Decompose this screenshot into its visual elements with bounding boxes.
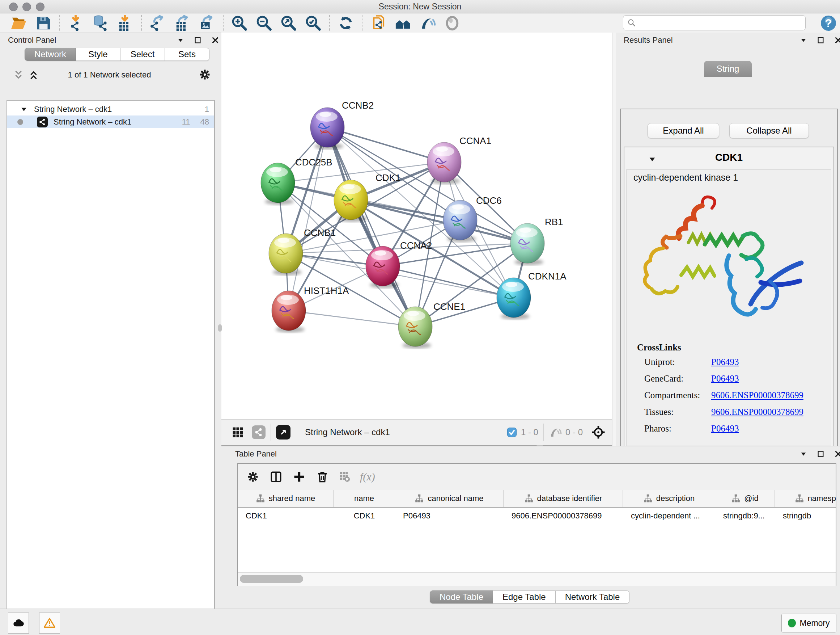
search-box[interactable] — [623, 15, 806, 30]
collection-expander-icon[interactable] — [20, 106, 27, 113]
import-network-database-button[interactable] — [90, 14, 111, 32]
export-image-button[interactable] — [196, 14, 218, 32]
node-CCNE1[interactable]: CCNE1 — [398, 301, 465, 348]
panel-menu-icon[interactable] — [799, 36, 807, 44]
import-network-file-button[interactable] — [65, 14, 87, 32]
cell-shared-name[interactable]: CDK1 — [238, 508, 333, 524]
table-scroll-area[interactable]: shared namenamecanonical namedatabase id… — [238, 490, 836, 573]
show-columns-icon[interactable] — [270, 470, 283, 483]
zoom-in-button[interactable] — [229, 14, 250, 32]
node-CCNB2[interactable]: CCNB2 — [310, 100, 374, 149]
tab-node-table[interactable]: Node Table — [430, 591, 493, 603]
string-badge[interactable] — [252, 425, 265, 439]
zoom-out-icon — [256, 15, 272, 32]
save-session-button[interactable] — [33, 14, 54, 32]
clone-network-button[interactable] — [368, 14, 389, 32]
expand-all-button[interactable]: Expand All — [647, 123, 719, 138]
float-panel-icon[interactable] — [817, 450, 825, 458]
float-panel-icon[interactable] — [194, 36, 202, 44]
cell-name[interactable]: CDK1 — [333, 508, 395, 524]
cell-namespace[interactable]: stringdb — [775, 508, 836, 524]
selected-checkbox-icon[interactable] — [507, 427, 517, 438]
panel-menu-icon[interactable] — [177, 36, 185, 44]
node-HIST1H1A[interactable]: HIST1H1A — [272, 285, 349, 333]
node-label-CCNA1: CCNA1 — [459, 135, 491, 146]
crosslink-value-link[interactable]: P06493 — [711, 374, 739, 384]
refresh-view-button[interactable] — [335, 14, 356, 32]
cloud-button[interactable] — [8, 613, 29, 633]
column-header-canonical-name[interactable]: canonical name — [395, 490, 504, 507]
crosslink-value-link[interactable]: 9606.ENSP00000378699 — [711, 390, 804, 401]
crosslink-value-link[interactable]: P06493 — [711, 357, 739, 367]
tab-edge-table[interactable]: Edge Table — [493, 591, 556, 603]
horizontal-scrollbar[interactable] — [238, 572, 836, 586]
search-input[interactable] — [639, 18, 802, 28]
crosslink-label: Pharos: — [644, 424, 711, 434]
crosslink-value-link[interactable]: 9606.ENSP00000378699 — [711, 407, 804, 417]
column-header-namespace[interactable]: namespace — [775, 490, 836, 507]
tab-style[interactable]: Style — [76, 48, 120, 61]
hide-glyphs-button[interactable] — [417, 14, 438, 32]
close-panel-icon[interactable] — [834, 36, 840, 44]
open-session-button[interactable] — [8, 14, 29, 32]
hidden-eye-icon[interactable] — [549, 426, 562, 439]
node-RB1[interactable]: RB1 — [510, 217, 563, 265]
close-panel-icon[interactable] — [211, 36, 219, 44]
network-collection-row[interactable]: String Network – cdk1 1 — [7, 103, 214, 116]
warnings-button[interactable] — [39, 613, 60, 633]
tab-network[interactable]: Network — [25, 48, 76, 61]
column-header-shared-name[interactable]: shared name — [238, 490, 333, 507]
grid-view-icon[interactable] — [232, 426, 244, 439]
edge-CCNA2-CDKN1A[interactable] — [383, 266, 514, 298]
float-panel-icon[interactable] — [817, 36, 825, 44]
tab-network-table[interactable]: Network Table — [556, 591, 630, 603]
table-options-gear-icon[interactable] — [246, 470, 259, 483]
memory-button[interactable]: Memory — [782, 614, 836, 632]
scrollbar-thumb[interactable] — [240, 575, 303, 583]
zoom-fit-button[interactable] — [278, 14, 299, 32]
add-column-icon[interactable] — [293, 470, 306, 483]
cell-canonical-name[interactable]: P06493 — [395, 508, 504, 524]
help-button[interactable]: ? — [820, 14, 837, 32]
cell-description[interactable]: cyclin-dependent ... — [623, 508, 715, 524]
column-header--id[interactable]: @id — [715, 490, 775, 507]
zoom-out-button[interactable] — [254, 14, 275, 32]
edge-HIST1H1A-CCNE1[interactable] — [289, 310, 415, 326]
column-header-database-identifier[interactable]: database identifier — [504, 490, 623, 507]
export-network-button[interactable] — [147, 14, 168, 32]
crosslink-label: Tissues: — [644, 407, 711, 417]
network-row[interactable]: String Network – cdk1 11 48 — [7, 116, 214, 128]
edge-CCNB2-HIST1H1A[interactable] — [289, 127, 327, 310]
close-panel-icon[interactable] — [834, 450, 840, 458]
collapse-all-button[interactable]: Collapse All — [729, 123, 809, 138]
zoom-selected-button[interactable] — [303, 14, 324, 32]
network-options-gear-icon[interactable] — [198, 68, 211, 81]
left-splitter-handle[interactable] — [218, 325, 222, 332]
delete-column-icon[interactable] — [316, 470, 329, 483]
cloud-icon — [12, 617, 25, 629]
hide-glyphs-icon — [419, 15, 436, 32]
edge-CCNB2-CCNE1[interactable] — [327, 127, 415, 326]
tab-select[interactable]: Select — [120, 48, 165, 61]
export-table-button[interactable] — [172, 14, 193, 32]
table-row[interactable]: CDK1CDK1P064939606.ENSP00000378699cyclin… — [238, 508, 836, 524]
panel-menu-icon[interactable] — [799, 450, 807, 458]
network-graph[interactable]: CCNB2 CCNA1 CDC25B CDK1 CDC6 RB1 — [221, 33, 612, 419]
cell-database-identifier[interactable]: 9606.ENSP00000378699 — [504, 508, 623, 524]
tab-sets[interactable]: Sets — [165, 48, 210, 61]
cell--id[interactable]: stringdb:9... — [715, 508, 775, 524]
column-header-name[interactable]: name — [333, 490, 395, 507]
network-view-canvas[interactable]: CCNB2 CCNA1 CDC25B CDK1 CDC6 RB1 — [221, 33, 612, 419]
table-toolbar: f(x) — [238, 464, 836, 490]
edge-CCNB2-CCNA1[interactable] — [327, 127, 444, 162]
edge-CDK1-RB1[interactable] — [351, 200, 527, 243]
string-home-button[interactable] — [393, 14, 414, 32]
import-table-file-button[interactable] — [115, 14, 136, 32]
column-header-description[interactable]: description — [623, 490, 715, 507]
node-CDKN1A[interactable]: CDKN1A — [497, 271, 567, 320]
fit-selected-crosshair-icon[interactable] — [591, 425, 606, 440]
show-glyphs-button[interactable] — [442, 14, 463, 32]
crosslink-value-link[interactable]: P06493 — [711, 424, 739, 434]
tab-string[interactable]: String — [704, 61, 752, 77]
birdseye-view-button[interactable] — [276, 425, 291, 440]
